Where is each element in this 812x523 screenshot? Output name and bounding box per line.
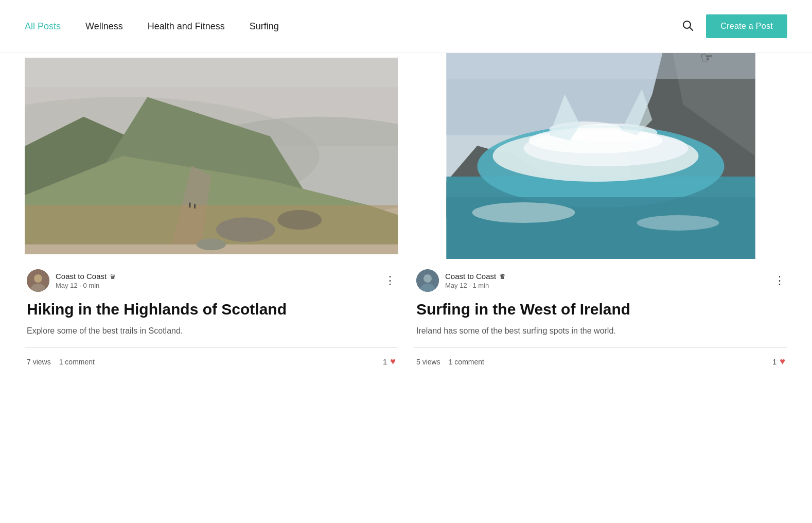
post-stats: 5 views 1 comment [416,358,484,366]
view-count: 7 views [27,358,51,366]
heart-icon[interactable]: ♥ [780,356,785,367]
svg-rect-38 [447,53,755,79]
nav-health-fitness[interactable]: Health and Fitness [148,21,225,32]
post-meta: Coast to Coast ♛ May 12 · 1 min ⋮ [414,269,787,292]
svg-point-35 [637,215,719,231]
comment-count: 1 comment [449,358,484,366]
svg-rect-15 [194,204,196,208]
post-likes[interactable]: 1 ♥ [383,356,396,367]
author-info: Coast to Coast ♛ May 12 · 1 min [445,272,506,289]
post-author: Coast to Coast ♛ May 12 · 1 min [416,269,506,292]
crown-icon: ♛ [110,272,116,281]
like-count: 1 [772,357,776,366]
author-info: Coast to Coast ♛ May 12 · 0 min [56,272,116,289]
comment-count: 1 comment [59,358,95,366]
post-excerpt: Explore some of the best trails in Scotl… [25,325,398,337]
svg-point-18 [34,274,42,283]
post-image-ocean[interactable] [414,53,787,259]
post-excerpt: Ireland has some of the best surfing spo… [414,325,787,337]
post-card: Coast to Coast ♛ May 12 · 0 min ⋮ Hiking… [25,53,398,367]
svg-rect-16 [25,58,398,87]
author-date: May 12 · 1 min [445,282,506,289]
svg-point-13 [197,238,226,250]
svg-point-40 [423,274,432,283]
post-footer: 5 views 1 comment 1 ♥ [414,347,787,367]
nav-links: All Posts Wellness Health and Fitness Su… [25,21,279,32]
nav-right: Create a Post [681,14,787,38]
post-card: Coast to Coast ♛ May 12 · 1 min ⋮ Surfin… [414,53,787,367]
nav-all-posts[interactable]: All Posts [25,21,61,32]
view-count: 5 views [416,358,440,366]
avatar [27,269,49,292]
more-options-icon[interactable]: ⋮ [774,275,785,286]
nav-wellness[interactable]: Wellness [85,21,123,32]
author-name: Coast to Coast ♛ [445,272,506,281]
post-title[interactable]: Surfing in the West of Ireland [414,300,787,319]
like-count: 1 [383,357,387,366]
post-image-scotland[interactable] [25,53,398,259]
svg-line-1 [690,28,693,31]
crown-icon: ♛ [499,272,506,281]
svg-point-11 [216,217,275,242]
posts-grid: Coast to Coast ♛ May 12 · 0 min ⋮ Hiking… [0,53,812,367]
author-name: Coast to Coast ♛ [56,272,116,281]
svg-point-12 [277,210,322,230]
heart-icon[interactable]: ♥ [390,356,396,367]
author-date: May 12 · 0 min [56,282,116,289]
svg-rect-14 [189,203,191,208]
nav-surfing[interactable]: Surfing [250,21,279,32]
create-post-button[interactable]: Create a Post [706,14,787,38]
search-icon[interactable] [681,19,694,33]
post-stats: 7 views 1 comment [27,358,95,366]
post-author: Coast to Coast ♛ May 12 · 0 min [27,269,116,292]
navigation: All Posts Wellness Health and Fitness Su… [0,0,812,53]
post-footer: 7 views 1 comment 1 ♥ [25,347,398,367]
post-meta: Coast to Coast ♛ May 12 · 0 min ⋮ [25,269,398,292]
svg-point-34 [472,202,575,223]
more-options-icon[interactable]: ⋮ [384,275,396,286]
post-title[interactable]: Hiking in the Highlands of Scotland [25,300,398,319]
avatar [416,269,439,292]
post-likes[interactable]: 1 ♥ [772,356,785,367]
